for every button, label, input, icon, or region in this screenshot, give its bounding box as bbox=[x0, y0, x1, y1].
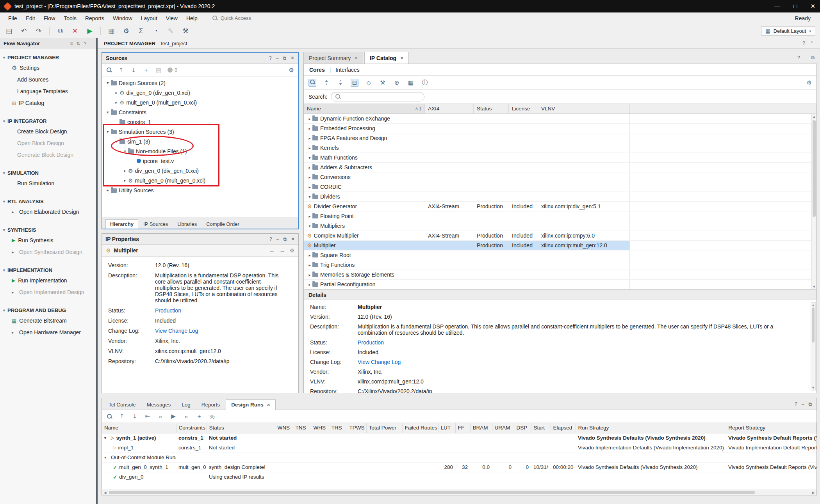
generate-icon[interactable]: ⊕ bbox=[393, 79, 401, 86]
chevron-right-icon[interactable]: ▸ bbox=[307, 146, 312, 150]
tab-design-runs[interactable]: Design Runs × bbox=[226, 399, 275, 410]
col-total-power[interactable]: Total Power bbox=[366, 423, 402, 433]
chevron-right-icon[interactable]: ▸ bbox=[307, 273, 312, 277]
column-header-status[interactable]: Status bbox=[474, 104, 509, 114]
catalog-category-row[interactable]: ▾Math Functions bbox=[304, 153, 816, 163]
tree-item-design-sources[interactable]: ▾ Design Sources (2) bbox=[102, 78, 298, 88]
reset-runs-icon[interactable]: ✕ bbox=[71, 27, 79, 35]
col-lut[interactable]: LUT bbox=[438, 423, 455, 433]
back-arrow-icon[interactable]: ← bbox=[269, 247, 275, 254]
catalog-category-row[interactable]: ▸CORDIC bbox=[304, 182, 816, 192]
subtab-interfaces[interactable]: Interfaces bbox=[335, 67, 359, 73]
scroll-up-icon[interactable]: ▲ bbox=[811, 303, 815, 307]
scroll-up-icon[interactable]: ▲ bbox=[812, 115, 816, 119]
section-project-manager[interactable]: ▾ PROJECT MANAGER bbox=[0, 53, 96, 62]
minimize-panel-icon[interactable]: ‒ bbox=[804, 55, 807, 60]
resume-run-icon[interactable]: ▶ bbox=[170, 413, 177, 420]
section-program-and-debug[interactable]: ▾ PROGRAM AND DEBUG bbox=[0, 306, 96, 315]
status-production-link[interactable]: Production bbox=[155, 307, 286, 314]
help-icon[interactable]: ? bbox=[84, 41, 87, 46]
help-icon[interactable]: ? bbox=[797, 55, 800, 60]
close-icon[interactable]: × bbox=[355, 55, 358, 61]
chevron-right-icon[interactable]: ▸ bbox=[307, 214, 312, 218]
float-panel-icon[interactable]: ⧉ bbox=[811, 55, 815, 60]
collapse-all-icon[interactable]: ⇡ bbox=[118, 413, 125, 420]
col-run-strategy[interactable]: Run Strategy bbox=[576, 423, 726, 433]
chevron-right-icon[interactable]: ▸ bbox=[12, 209, 16, 215]
run-row-mult-gen-synth[interactable]: ✓mult_gen_0_synth_1 mult_gen_0 synth_des… bbox=[102, 462, 816, 472]
chevron-right-icon[interactable]: ▸ bbox=[122, 169, 128, 173]
col-elapsed[interactable]: Elapsed bbox=[551, 423, 576, 433]
scroll-down-icon[interactable]: ▼ bbox=[811, 386, 815, 390]
chevron-down-icon[interactable]: ▾ bbox=[307, 224, 312, 228]
float-panel-icon[interactable]: ⧉ bbox=[283, 55, 286, 61]
quick-access-input[interactable] bbox=[221, 15, 264, 21]
details-status-link[interactable]: Production bbox=[358, 339, 802, 346]
col-name[interactable]: Name bbox=[102, 423, 176, 433]
tree-item-div-gen[interactable]: ▸ ⚙ div_gen_0 (div_gen_0.xci) bbox=[102, 88, 298, 98]
graph-view-icon[interactable]: ◇ bbox=[365, 79, 373, 86]
tree-item-constraints[interactable]: ▾ Constraints bbox=[102, 107, 298, 117]
col-ths[interactable]: THS bbox=[329, 423, 347, 433]
catalog-category-row[interactable]: ▾Dividers bbox=[304, 192, 816, 202]
menu-window[interactable]: Window bbox=[109, 14, 137, 23]
details-vertical-scrollbar[interactable]: ▲ ▼ bbox=[811, 302, 816, 390]
step-to-start-icon[interactable]: ⇤ bbox=[144, 413, 151, 420]
help-icon[interactable]: ? bbox=[269, 55, 272, 61]
section-synthesis[interactable]: ▾ SYNTHESIS bbox=[0, 225, 96, 234]
scrollbar-thumb[interactable] bbox=[109, 491, 755, 494]
step-forward-icon[interactable]: » bbox=[183, 413, 190, 420]
close-panel-icon[interactable]: ✕ bbox=[291, 55, 294, 61]
sidebar-item-settings[interactable]: ⚙ Settings bbox=[0, 62, 96, 74]
sidebar-item-run-synthesis[interactable]: ▶ Run Synthesis bbox=[0, 234, 96, 246]
close-icon[interactable]: × bbox=[400, 55, 403, 61]
column-header-axi4[interactable]: AXI4 bbox=[425, 104, 474, 114]
col-report-strategy[interactable]: Report Strategy bbox=[726, 423, 816, 433]
debug-tools-icon[interactable]: ⚒ bbox=[181, 27, 190, 35]
tree-item-sim-mult-gen[interactable]: ▸ ⚙ mult_gen_0 (mult_gen_0.xci) bbox=[102, 176, 298, 185]
expand-all-icon[interactable]: ⇣ bbox=[337, 79, 344, 86]
sidebar-item-open-hardware-manager[interactable]: ▸ Open Hardware Manager bbox=[0, 327, 96, 338]
timing-clock-icon[interactable]: ◔ bbox=[152, 27, 160, 35]
table-view-icon[interactable]: ▦ bbox=[407, 79, 415, 86]
menu-layout[interactable]: Layout bbox=[137, 14, 162, 23]
chevron-right-icon[interactable]: ▸ bbox=[113, 100, 119, 105]
catalog-search-input[interactable] bbox=[343, 94, 420, 99]
menu-help[interactable]: Help bbox=[182, 14, 202, 23]
chevron-right-icon[interactable]: ▸ bbox=[307, 136, 312, 140]
minimize-panel-icon[interactable]: ‒ bbox=[276, 55, 279, 61]
catalog-category-row[interactable]: ▸Kernels bbox=[304, 143, 816, 153]
run-group-row-ooc[interactable]: ▾Out-of-Context Module Runs bbox=[102, 453, 816, 462]
menu-tools[interactable]: Tools bbox=[59, 14, 81, 23]
tree-item-constrs-1[interactable]: constrs_1 bbox=[102, 117, 298, 127]
help-icon[interactable]: ? bbox=[795, 401, 797, 407]
catalog-category-row[interactable]: ▸Floating Point bbox=[304, 211, 816, 221]
col-status[interactable]: Status bbox=[207, 423, 275, 433]
chevron-down-icon[interactable]: ▾ bbox=[105, 130, 111, 134]
chevron-right-icon[interactable]: ▸ bbox=[307, 126, 312, 131]
catalog-category-row[interactable]: ▸FPGA Features and Design bbox=[304, 133, 816, 143]
menu-reports[interactable]: Reports bbox=[81, 14, 109, 23]
tree-item-simulation-sources[interactable]: ▾ Simulation Sources (3) bbox=[102, 127, 298, 137]
step-back-icon[interactable]: « bbox=[157, 413, 164, 420]
tab-messages[interactable]: Messages bbox=[142, 400, 176, 410]
search-toggle-icon[interactable] bbox=[308, 79, 316, 87]
sidebar-item-open-elaborated-design[interactable]: ▸ Open Elaborated Design bbox=[0, 206, 96, 218]
chevron-down-icon[interactable]: ▾ bbox=[307, 195, 312, 199]
menu-file[interactable]: File bbox=[4, 14, 21, 23]
sidebar-item-run-implementation[interactable]: ▶ Run Implementation bbox=[0, 275, 96, 286]
customize-ip-icon[interactable]: ⚒ bbox=[379, 79, 387, 86]
group-by-category-icon[interactable]: ⊟ bbox=[351, 79, 358, 87]
col-tns[interactable]: TNS bbox=[293, 423, 311, 433]
sidebar-item-ip-catalog[interactable]: ⊞ IP Catalog bbox=[0, 97, 96, 109]
create-run-icon[interactable]: ＋ bbox=[196, 413, 203, 420]
collapse-all-icon[interactable]: ⇡ bbox=[118, 67, 125, 74]
sidebar-item-run-simulation[interactable]: Run Simulation bbox=[0, 177, 96, 189]
scrollbar-thumb[interactable] bbox=[813, 120, 816, 217]
catalog-category-row[interactable]: ▸Partial Reconfiguration bbox=[304, 280, 816, 289]
tab-hierarchy[interactable]: Hierarchy bbox=[105, 219, 138, 229]
sidebar-item-add-sources[interactable]: Add Sources bbox=[0, 74, 96, 85]
add-sources-icon[interactable]: ＋ bbox=[143, 66, 150, 74]
catalog-category-row[interactable]: ▾Multipliers bbox=[304, 221, 816, 231]
catalog-category-row[interactable]: ▸Trig Functions bbox=[304, 260, 816, 270]
